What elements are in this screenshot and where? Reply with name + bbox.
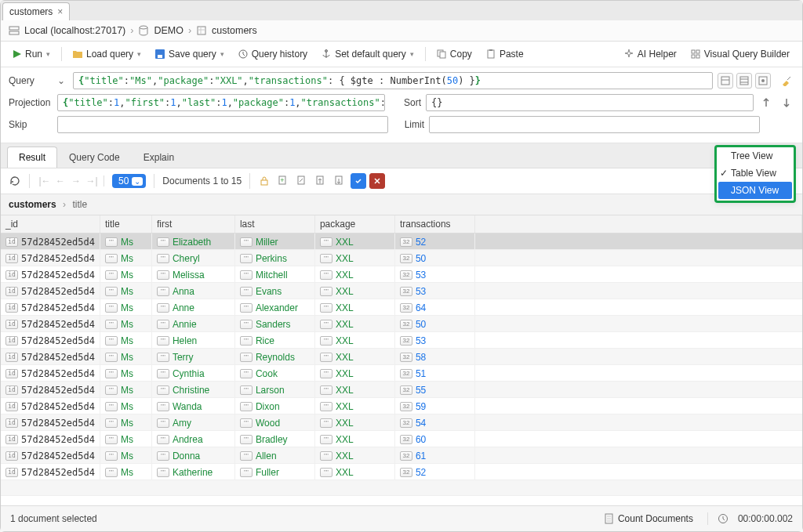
- query-label: Query: [9, 75, 53, 86]
- import-doc-icon[interactable]: [332, 173, 347, 189]
- column-header[interactable]: title: [100, 215, 151, 233]
- table-row[interactable]: id57d28452ed5d4""Ms""Cheryl""Perkins""XX…: [1, 250, 802, 266]
- table-row[interactable]: id57d28452ed5d4""Ms""Amy""Wood""XXL3254: [1, 414, 802, 431]
- projection-label: Projection: [9, 97, 53, 108]
- paste-button[interactable]: Paste: [481, 46, 529, 62]
- svg-rect-15: [692, 55, 695, 58]
- column-header[interactable]: transactions: [394, 215, 474, 233]
- last-page-icon[interactable]: →|: [85, 176, 99, 186]
- chevron-down-icon: ▾: [137, 50, 141, 58]
- view-icon-1[interactable]: [718, 73, 733, 89]
- table-row[interactable]: id57d28452ed5d4""Ms""Katherine""Fuller""…: [1, 464, 802, 480]
- svg-rect-14: [696, 50, 699, 53]
- view-icon-3[interactable]: [755, 73, 771, 89]
- svg-rect-10: [440, 52, 445, 58]
- paste-icon: [486, 49, 496, 59]
- query-input[interactable]: { "title" : "Ms", "package" : "XXL", "tr…: [73, 72, 713, 89]
- page-size-select[interactable]: 50 ⌄: [112, 174, 146, 188]
- table-row[interactable]: id57d28452ed5d4""Ms""Anne""Alexander""XX…: [1, 299, 802, 316]
- chevron-down-icon: ⌄: [132, 177, 143, 186]
- close-icon[interactable]: ×: [57, 6, 63, 17]
- column-header[interactable]: last: [234, 215, 314, 233]
- limit-label: Limit: [401, 119, 424, 130]
- add-doc-icon[interactable]: +: [275, 173, 291, 189]
- run-button[interactable]: Run ▾: [9, 46, 55, 62]
- play-icon: [13, 50, 21, 58]
- svg-rect-0: [9, 27, 19, 30]
- path-field: title: [72, 199, 87, 210]
- server-icon: [9, 25, 20, 36]
- table-row[interactable]: id57d28452ed5d4""Ms""Annie""Sanders""XXL…: [1, 316, 802, 332]
- result-toolbar: |← ← → →| 50 ⌄ Documents 1 to 15 + Tree …: [1, 168, 802, 194]
- selection-status: 1 document selected: [10, 513, 97, 524]
- result-tabs: Result Query Code Explain: [1, 143, 802, 168]
- lock-icon[interactable]: [256, 173, 272, 189]
- query-history-button[interactable]: Query history: [234, 46, 312, 62]
- limit-input[interactable]: [429, 116, 760, 133]
- svg-point-20: [761, 79, 765, 82]
- column-header[interactable]: package: [314, 215, 394, 233]
- table-row[interactable]: id57d28452ed5d4""Ms""Cynthia""Cook""XXL3…: [1, 365, 802, 382]
- sort-label: Sort: [398, 97, 421, 108]
- edit-doc-icon[interactable]: [294, 173, 310, 189]
- result-path: customers › title: [1, 194, 802, 215]
- chevron-down-icon: ▾: [410, 50, 414, 58]
- export-doc-icon[interactable]: [313, 173, 329, 189]
- table-row[interactable]: id57d28452ed5d4""Ms""Christine""Larson""…: [1, 382, 802, 398]
- prev-page-icon[interactable]: ←: [53, 176, 67, 186]
- breadcrumb-collection[interactable]: customers: [212, 25, 257, 36]
- sort-desc-icon[interactable]: [779, 95, 794, 110]
- result-table: _idtitlefirstlastpackagetransactions id5…: [1, 215, 802, 505]
- delete-icon[interactable]: [369, 173, 385, 189]
- svg-rect-12: [489, 49, 492, 51]
- svg-point-2: [140, 26, 147, 29]
- breadcrumb-database[interactable]: DEMO: [154, 25, 183, 36]
- table-row: [1, 496, 802, 506]
- table-row[interactable]: id57d28452ed5d4""Ms""Terry""Reynolds""XX…: [1, 349, 802, 365]
- first-page-icon[interactable]: |←: [38, 176, 52, 186]
- tab-explain[interactable]: Explain: [132, 147, 186, 168]
- view-menu-tree[interactable]: Tree View: [717, 147, 794, 165]
- view-menu-table[interactable]: Table View: [717, 165, 794, 182]
- count-documents-button[interactable]: Count Documents: [600, 511, 698, 527]
- refresh-icon[interactable]: [9, 175, 21, 187]
- chevron-down-icon[interactable]: ⌄: [57, 75, 65, 86]
- column-header[interactable]: first: [151, 215, 234, 233]
- column-header[interactable]: _id: [1, 215, 100, 233]
- view-menu-json[interactable]: JSON View: [718, 182, 792, 199]
- table-row[interactable]: id57d28452ed5d4""Ms""Melissa""Mitchell""…: [1, 266, 802, 283]
- tab-customers[interactable]: customers ×: [2, 2, 70, 20]
- chevron-right-icon: ›: [130, 25, 133, 36]
- elapsed-time: 00:00:00.002: [738, 513, 793, 524]
- table-row[interactable]: id57d28452ed5d4""Ms""Donna""Allen""XXL32…: [1, 447, 802, 464]
- skip-input[interactable]: [57, 116, 388, 133]
- table-row[interactable]: id57d28452ed5d4""Ms""Elizabeth""Miller""…: [1, 233, 802, 250]
- sort-asc-icon[interactable]: [758, 95, 774, 110]
- tab-result[interactable]: Result: [7, 147, 57, 168]
- svg-rect-21: [261, 180, 267, 185]
- svg-marker-4: [13, 50, 21, 58]
- table-row[interactable]: id57d28452ed5d4""Ms""Andrea""Bradley""XX…: [1, 431, 802, 447]
- set-default-query-button[interactable]: Set default query ▾: [317, 46, 419, 62]
- view-icon-2[interactable]: [736, 73, 752, 89]
- chevron-right-icon: ›: [188, 25, 191, 36]
- svg-rect-18: [740, 77, 748, 85]
- table-row[interactable]: id57d28452ed5d4""Ms""Helen""Rice""XXL325…: [1, 332, 802, 349]
- table-row[interactable]: id57d28452ed5d4""Ms""Wanda""Dixon""XXL32…: [1, 398, 802, 414]
- copy-button[interactable]: Copy: [432, 46, 477, 62]
- check-icon[interactable]: [351, 173, 366, 189]
- save-query-button[interactable]: Save query ▾: [151, 46, 229, 62]
- breadcrumb-server[interactable]: Local (localhost:27017): [24, 25, 125, 36]
- anchor-icon: [322, 49, 331, 59]
- ai-helper-button[interactable]: AI Helper: [620, 46, 681, 62]
- main-toolbar: Run ▾ Load query ▾ Save query ▾ Query hi…: [1, 42, 802, 67]
- table-row[interactable]: id57d28452ed5d4""Ms""Anna""Evans""XXL325…: [1, 283, 802, 299]
- visual-query-builder-button[interactable]: Visual Query Builder: [686, 46, 794, 62]
- load-query-button[interactable]: Load query ▾: [68, 46, 146, 62]
- sort-input[interactable]: {}: [426, 94, 754, 111]
- projection-input[interactable]: { "title": 1, "first": 1, "last": 1, "pa…: [57, 94, 385, 111]
- next-page-icon[interactable]: →: [69, 176, 83, 186]
- brush-icon[interactable]: [779, 73, 794, 89]
- documents-range: Documents 1 to 15: [162, 176, 242, 186]
- tab-query-code[interactable]: Query Code: [57, 147, 132, 168]
